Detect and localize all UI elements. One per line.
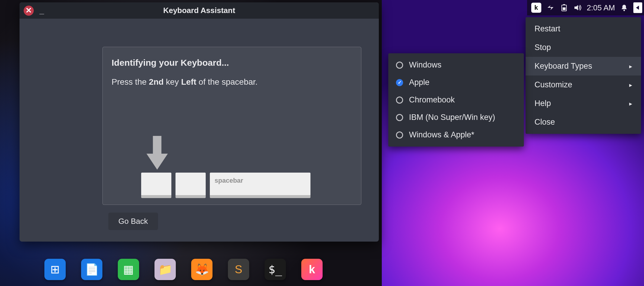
diagram-key-adjacent [176, 173, 206, 198]
svg-rect-8 [153, 136, 162, 155]
minimize-button[interactable]: _ [38, 6, 46, 15]
menu-item-label: Customize [534, 80, 572, 89]
volume-icon[interactable] [573, 3, 582, 12]
clock[interactable]: 2:05 AM [587, 3, 615, 12]
menu-item-label: Help [534, 99, 551, 108]
window-title: Keyboard Assistant [20, 6, 379, 15]
svg-rect-11 [563, 4, 565, 5]
menu-item-label: Close [534, 118, 555, 127]
dock-app-writer[interactable]: 📄 [81, 259, 102, 280]
kbd-type-option-apple[interactable]: Apple [388, 74, 524, 91]
svg-point-14 [624, 10, 625, 11]
kinto-tray-menu: RestartStopKeyboard Types▸Customize▸Help… [526, 17, 641, 134]
kbd-type-option-windows-apple-[interactable]: Windows & Apple* [388, 126, 524, 144]
radio-unchecked-icon [396, 62, 403, 69]
keyboard-diagram: spacebar [141, 136, 310, 195]
dock-app-sublime[interactable]: S [228, 259, 249, 280]
kbd-type-option-chromebook[interactable]: Chromebook [388, 91, 524, 109]
keyboard-types-submenu: WindowsAppleChromebookIBM (No Super/Win … [388, 53, 524, 147]
diagram-key-spacebar: spacebar [210, 173, 310, 198]
chevron-right-icon: ▸ [629, 63, 632, 70]
dock-app-calc[interactable]: ▦ [118, 259, 139, 280]
menu-item-label: Keyboard Types [534, 62, 592, 71]
wizard-panel: Identifying your Keyboard... Press the 2… [102, 47, 361, 205]
close-button[interactable]: ✕ [24, 6, 34, 16]
dock-app-kinto[interactable]: k [301, 259, 323, 280]
radio-unchecked-icon [396, 97, 403, 104]
kbd-type-option-ibm-no-super-win-key-[interactable]: IBM (No Super/Win key) [388, 109, 524, 126]
dock: ⊞ 📄 ▦ 📁 🦊 S $_ k [44, 259, 323, 280]
arrow-down-icon [145, 136, 169, 171]
tray-kinto-icon[interactable]: k [531, 3, 541, 13]
tray-menu-item-close[interactable]: Close [526, 113, 641, 131]
notifications-icon[interactable] [620, 3, 629, 12]
option-label: Windows [409, 60, 442, 70]
panel-instruction: Press the 2nd key Left of the spacebar. [112, 77, 352, 87]
dock-app-terminal[interactable]: $_ [265, 259, 286, 280]
svg-marker-13 [574, 5, 578, 10]
menu-item-label: Stop [534, 43, 551, 52]
radio-checked-icon [396, 79, 403, 86]
battery-icon[interactable] [560, 3, 569, 12]
system-top-bar: k 2:05 AM [527, 0, 644, 15]
session-icon[interactable] [633, 2, 642, 13]
tray-menu-item-keyboard-types[interactable]: Keyboard Types▸ [526, 57, 641, 75]
option-label: IBM (No Super/Win key) [409, 113, 495, 122]
svg-marker-9 [146, 154, 168, 170]
go-back-button[interactable]: Go Back [108, 213, 158, 230]
dock-app-firefox[interactable]: 🦊 [191, 259, 212, 280]
chevron-right-icon: ▸ [629, 100, 632, 107]
titlebar: ✕ _ Keyboard Assistant [20, 2, 379, 19]
panel-heading: Identifying your Keyboard... [112, 58, 352, 68]
menu-item-label: Restart [534, 24, 560, 33]
dock-app-menu[interactable]: ⊞ [44, 259, 66, 280]
radio-unchecked-icon [396, 114, 403, 121]
kbd-type-option-windows[interactable]: Windows [388, 56, 524, 74]
svg-marker-15 [636, 6, 639, 10]
dock-app-files[interactable]: 📁 [154, 259, 176, 280]
network-icon[interactable] [546, 3, 555, 12]
tray-menu-item-help[interactable]: Help▸ [526, 94, 641, 113]
radio-unchecked-icon [396, 131, 403, 139]
tray-menu-item-stop[interactable]: Stop [526, 38, 641, 57]
keyboard-assistant-window: ✕ _ Keyboard Assistant Identifying your … [20, 2, 379, 242]
tray-menu-item-customize[interactable]: Customize▸ [526, 75, 641, 94]
option-label: Chromebook [409, 95, 455, 105]
tray-menu-item-restart[interactable]: Restart [526, 20, 641, 38]
chevron-right-icon: ▸ [629, 81, 632, 89]
svg-rect-12 [563, 7, 566, 10]
option-label: Apple [409, 78, 429, 87]
diagram-key-target [141, 173, 171, 198]
option-label: Windows & Apple* [409, 130, 474, 139]
